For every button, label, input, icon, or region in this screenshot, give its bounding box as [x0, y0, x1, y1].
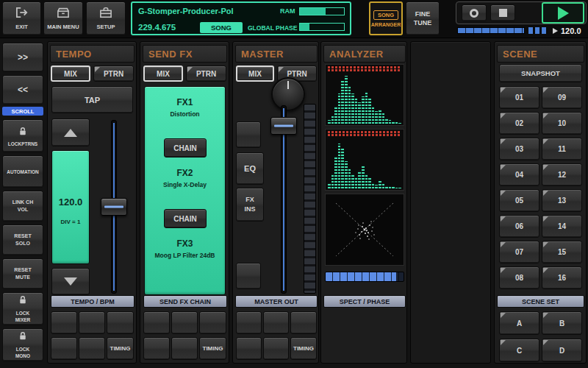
analyzer-header: ANALYZER — [323, 45, 406, 63]
snapshot-button[interactable]: SNAPSHOT — [499, 64, 582, 82]
pad-button[interactable] — [79, 337, 105, 360]
tempo-bpm-display[interactable]: 120.0 DIV = 1 — [51, 150, 90, 264]
setup-button[interactable]: SETUP — [86, 1, 126, 35]
sendfx-header: SEND FX — [143, 45, 227, 63]
scene-slot-button[interactable]: 12 — [542, 163, 582, 186]
pad-button[interactable] — [143, 337, 170, 360]
master-header: MASTER — [235, 45, 318, 63]
scene-slot-button[interactable]: 03 — [499, 138, 539, 160]
sendfx-chain-panel: FX1 Distortion CHAIN FX2 Single X-Delay … — [144, 86, 226, 295]
arrow-up-icon — [64, 129, 77, 137]
timing-button[interactable]: TIMING — [199, 337, 226, 360]
phase-scope-display — [325, 194, 404, 266]
pad-button[interactable] — [263, 337, 289, 360]
fx-insert-label: FX INS — [241, 195, 259, 213]
tempo-fader-handle[interactable] — [101, 198, 127, 216]
pad-button[interactable] — [236, 263, 261, 289]
scene-slot-button[interactable]: 04 — [499, 163, 539, 186]
pad-button[interactable] — [51, 337, 77, 360]
pad-button[interactable] — [51, 311, 77, 334]
pad-button[interactable] — [236, 311, 262, 334]
scene-set-a-button[interactable]: A — [499, 311, 539, 335]
g-stomper-producer-app: EXIT MAIN MENU SETUP G-Stomper-Producer-… — [0, 0, 588, 368]
scene-slot-button[interactable]: 09 — [542, 86, 582, 109]
pad-button[interactable] — [236, 121, 261, 148]
tempo-down-button[interactable] — [51, 268, 90, 295]
pad-button[interactable] — [107, 311, 134, 334]
scene-section: SCENE SNAPSHOT 01 02 03 04 05 06 07 08 0… — [494, 41, 587, 364]
tempo-fader[interactable] — [95, 118, 133, 295]
scene-slot-button[interactable]: 14 — [542, 215, 582, 238]
pad-button[interactable] — [236, 337, 262, 360]
scene-slot-button[interactable]: 06 — [499, 215, 539, 238]
scroll-left-button[interactable]: << — [2, 75, 43, 105]
pad-button[interactable] — [263, 311, 289, 334]
pad-button[interactable] — [143, 311, 170, 334]
tempo-up-button[interactable] — [51, 118, 90, 146]
eq-button[interactable]: EQ — [236, 152, 264, 185]
fx-insert-button[interactable]: FX INS — [236, 188, 264, 222]
fine-tune-button[interactable]: FINE TUNE — [406, 1, 440, 35]
master-fader-handle[interactable] — [270, 117, 297, 135]
reset-mute-button[interactable]: RESET MUTE — [2, 258, 43, 289]
scene-set-label: SCENE SET — [497, 295, 584, 308]
song-badge-label: SONG — [211, 24, 232, 32]
stop-button[interactable] — [490, 4, 515, 21]
master-section: MASTER MIX PTRN EQ FX INS MASTER OUT TIM… — [232, 41, 319, 364]
song-progress-bar[interactable] — [457, 27, 525, 34]
scene-slot-button[interactable]: 13 — [542, 189, 582, 212]
chain-button-2[interactable]: CHAIN — [164, 209, 207, 228]
main-menu-button[interactable]: MAIN MENU — [43, 1, 83, 35]
scene-slot-button[interactable]: 11 — [542, 138, 582, 160]
scene-slot-button[interactable]: 01 — [499, 86, 539, 109]
timing-button[interactable]: TIMING — [290, 337, 317, 360]
scene-slot-button[interactable]: 05 — [499, 189, 539, 212]
scene-slot-button[interactable]: 08 — [499, 266, 539, 289]
tempo-ptrn-tab[interactable]: PTRN — [93, 66, 134, 82]
play-icon — [558, 7, 569, 20]
reset-solo-button[interactable]: RESET SOLO — [2, 224, 43, 255]
link-ch-vol-button[interactable]: LINK CH VOL — [2, 191, 43, 222]
scene-slot-button[interactable]: 16 — [542, 266, 582, 289]
play-button[interactable] — [542, 2, 584, 24]
master-fader[interactable] — [267, 104, 301, 295]
pad-button[interactable] — [79, 311, 105, 334]
master-level-meter — [304, 104, 316, 294]
ram-meter-fill — [300, 8, 326, 15]
scene-slot-button[interactable]: 10 — [542, 112, 582, 135]
tempo-mix-tab[interactable]: MIX — [51, 66, 90, 82]
timing-button[interactable]: TIMING — [107, 337, 134, 360]
scene-slot-button[interactable]: 07 — [499, 241, 539, 263]
scene-set-b-button[interactable]: B — [542, 311, 582, 335]
lock-mono-button[interactable]: LOCK MONO — [2, 328, 43, 361]
scene-slot-button[interactable]: 15 — [542, 241, 582, 263]
pad-button[interactable] — [199, 311, 226, 334]
project-title: G-Stomper-Producer-Pol — [138, 7, 234, 15]
sendfx-mix-tab[interactable]: MIX — [143, 66, 183, 82]
pad-button[interactable] — [290, 311, 317, 334]
song-arranger-button[interactable]: SONG ARRANGER — [369, 1, 403, 35]
main-menu-label: MAIN MENU — [47, 24, 79, 30]
stop-icon — [499, 9, 507, 17]
song-mode-badge[interactable]: SONG — [200, 22, 243, 33]
record-button[interactable] — [462, 4, 487, 21]
sendfx-footer-label: SEND FX CHAIN — [143, 295, 227, 308]
scene-set-d-button[interactable]: D — [542, 339, 582, 362]
scene-set-c-button[interactable]: C — [499, 339, 539, 362]
exit-button[interactable]: EXIT — [2, 1, 41, 35]
automation-button[interactable]: AUTOMATION — [2, 155, 43, 188]
master-mix-tab[interactable]: MIX — [236, 66, 274, 82]
tempo-section: TEMPO MIX PTRN TAP 120.0 DIV = 1 TEMPO /… — [47, 41, 137, 364]
lock-icon — [18, 294, 27, 308]
tap-button[interactable]: TAP — [51, 86, 133, 113]
pad-button[interactable] — [171, 337, 198, 360]
pad-button[interactable] — [171, 311, 198, 334]
lock-patterns-button[interactable]: LOCKPTRNS — [2, 119, 43, 152]
scroll-right-button[interactable]: >> — [2, 43, 43, 72]
reset-solo-label: RESET SOLO — [12, 233, 34, 248]
chain-button-1[interactable]: CHAIN — [164, 138, 207, 158]
sendfx-ptrn-tab[interactable]: PTRN — [186, 66, 226, 82]
scene-slot-button[interactable]: 02 — [499, 112, 539, 135]
analyzer-level-bar — [325, 272, 404, 282]
lock-mixer-button[interactable]: LOCK MIXER — [2, 292, 43, 325]
